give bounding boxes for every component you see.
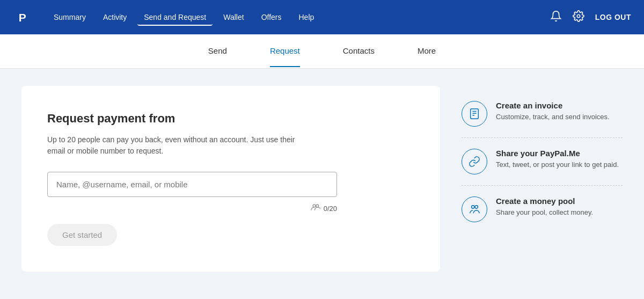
group-icon bbox=[311, 203, 320, 213]
main-content: Request payment from Up to 20 people can… bbox=[0, 69, 644, 289]
recipient-input[interactable] bbox=[47, 172, 337, 197]
pool-icon bbox=[462, 196, 487, 222]
invoice-title: Create an invoice bbox=[496, 101, 623, 110]
svg-rect-4 bbox=[471, 109, 479, 119]
subnav-send[interactable]: Send bbox=[208, 35, 227, 67]
svg-text:P: P bbox=[19, 11, 26, 24]
invoice-option[interactable]: Create an invoice Customize, track, and … bbox=[462, 90, 623, 138]
subnav-contacts[interactable]: Contacts bbox=[343, 35, 375, 67]
paypalme-content: Share your PayPal.Me Text, tweet, or pos… bbox=[496, 149, 623, 170]
svg-point-8 bbox=[472, 206, 475, 209]
svg-point-9 bbox=[475, 206, 478, 209]
paypalme-option[interactable]: Share your PayPal.Me Text, tweet, or pos… bbox=[462, 138, 623, 186]
get-started-button[interactable]: Get started bbox=[47, 224, 117, 246]
request-payment-card: Request payment from Up to 20 people can… bbox=[21, 86, 440, 272]
nav-offers[interactable]: Offers bbox=[255, 9, 288, 26]
nav-activity[interactable]: Activity bbox=[97, 9, 133, 26]
nav-send-request[interactable]: Send and Request bbox=[137, 9, 213, 26]
sub-navigation: Send Request Contacts More bbox=[0, 34, 644, 69]
recipient-counter-row: 0/20 bbox=[47, 203, 337, 213]
card-description: Up to 20 people can pay you back, even w… bbox=[47, 134, 305, 157]
card-title: Request payment from bbox=[47, 112, 414, 126]
nav-right: LOG OUT bbox=[550, 10, 631, 25]
recipient-counter: 0/20 bbox=[324, 205, 337, 213]
paypalme-desc: Text, tweet, or post your link to get pa… bbox=[496, 160, 623, 170]
nav-summary[interactable]: Summary bbox=[47, 9, 92, 26]
svg-point-2 bbox=[313, 205, 316, 207]
paypal-logo: P bbox=[13, 6, 34, 28]
bell-icon[interactable] bbox=[550, 10, 562, 25]
svg-point-3 bbox=[316, 205, 319, 207]
money-pool-title: Create a money pool bbox=[496, 196, 623, 206]
invoice-content: Create an invoice Customize, track, and … bbox=[496, 101, 623, 122]
svg-point-1 bbox=[577, 14, 580, 18]
top-navigation: P Summary Activity Send and Request Wall… bbox=[0, 0, 644, 34]
right-panel: Create an invoice Customize, track, and … bbox=[462, 86, 623, 272]
invoice-desc: Customize, track, and send invoices. bbox=[496, 112, 623, 122]
invoice-icon bbox=[462, 101, 487, 127]
nav-help[interactable]: Help bbox=[292, 9, 321, 26]
nav-wallet[interactable]: Wallet bbox=[217, 9, 250, 26]
recipient-input-wrapper bbox=[47, 172, 414, 197]
subnav-more[interactable]: More bbox=[418, 35, 436, 67]
logout-button[interactable]: LOG OUT bbox=[595, 13, 631, 21]
paypalme-title: Share your PayPal.Me bbox=[496, 149, 623, 158]
link-icon bbox=[462, 149, 487, 174]
money-pool-content: Create a money pool Share your pool, col… bbox=[496, 196, 623, 217]
money-pool-desc: Share your pool, collect money. bbox=[496, 208, 623, 217]
subnav-request[interactable]: Request bbox=[270, 35, 300, 67]
nav-links: Summary Activity Send and Request Wallet… bbox=[47, 9, 550, 26]
money-pool-option[interactable]: Create a money pool Share your pool, col… bbox=[462, 186, 623, 233]
settings-icon[interactable] bbox=[573, 10, 584, 25]
